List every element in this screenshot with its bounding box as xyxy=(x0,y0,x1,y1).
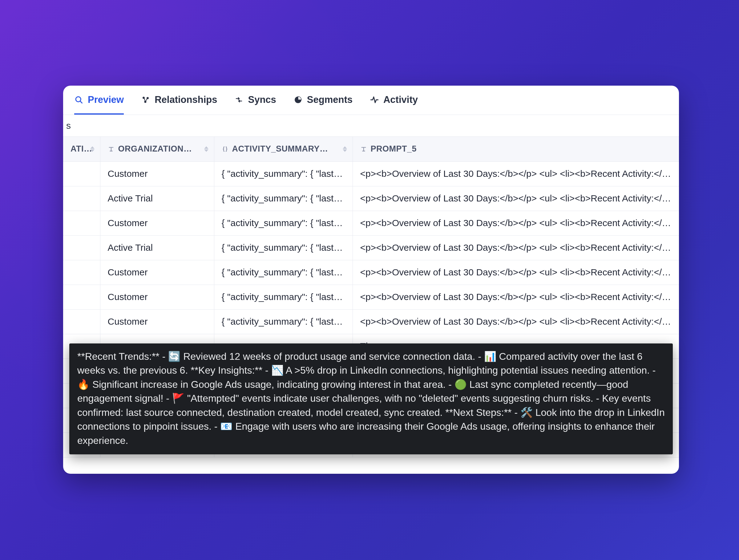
cell-organization[interactable]: Customer xyxy=(100,211,214,235)
tab-relationships[interactable]: Relationships xyxy=(141,94,217,115)
tab-activity[interactable]: Activity xyxy=(370,94,418,115)
table-row[interactable]: Customer{ "activity_summary": { "last…<p… xyxy=(63,260,679,285)
cell-ati[interactable] xyxy=(63,260,100,285)
tab-segments[interactable]: Segments xyxy=(293,94,352,115)
tooltip-text: **Recent Trends:** - 🔄 Reviewed 12 weeks… xyxy=(77,351,665,446)
cell-activity-summary[interactable]: { "activity_summary": { "last… xyxy=(214,309,352,334)
subheader-fragment: s xyxy=(63,115,679,137)
search-icon xyxy=(74,95,84,105)
nodes-icon xyxy=(141,95,150,105)
cell-ati[interactable] xyxy=(63,186,100,211)
cell-activity-summary[interactable]: { "activity_summary": { "last… xyxy=(214,235,352,260)
cell-prompt-5[interactable]: <p><b>Overview of Last 30 Days:</b></p> … xyxy=(352,235,679,260)
sort-icon[interactable] xyxy=(343,146,347,152)
tab-label: Relationships xyxy=(155,94,217,105)
cell-prompt-5[interactable]: <p><b>Overview of Last 30 Days:</b></p> … xyxy=(352,186,679,211)
cell-activity-summary[interactable]: { "activity_summary": { "last… xyxy=(214,161,352,186)
cell-organization[interactable]: Active Trial xyxy=(100,235,214,260)
cell-ati[interactable] xyxy=(63,285,100,309)
svg-line-6 xyxy=(146,99,147,101)
column-header-activity-summary[interactable]: ACTIVITY_SUMMARY… xyxy=(214,137,352,161)
activity-icon xyxy=(370,95,379,105)
cell-activity-summary[interactable]: { "activity_summary": { "last… xyxy=(214,285,352,309)
cell-ati[interactable] xyxy=(63,211,100,235)
table-row[interactable]: Customer{ "activity_summary": { "last…<p… xyxy=(63,309,679,334)
svg-line-1 xyxy=(81,101,82,103)
column-header-ati[interactable]: ATI… xyxy=(63,137,100,161)
table-row[interactable]: Customer{ "activity_summary": { "last…<p… xyxy=(63,285,679,309)
tab-bar: Preview Relationships Syncs Segments xyxy=(63,86,679,115)
cell-activity-summary[interactable]: { "activity_summary": { "last… xyxy=(214,260,352,285)
column-label: ORGANIZATION… xyxy=(118,144,192,154)
cell-ati[interactable] xyxy=(63,309,100,334)
cell-ati[interactable] xyxy=(63,161,100,186)
cell-organization[interactable]: Customer xyxy=(100,285,214,309)
pie-icon xyxy=(293,95,303,105)
cell-tooltip: **Recent Trends:** - 🔄 Reviewed 12 weeks… xyxy=(69,343,673,454)
table-row[interactable]: Active Trial{ "activity_summary": { "las… xyxy=(63,235,679,260)
cell-organization[interactable]: Customer xyxy=(100,309,214,334)
tab-syncs[interactable]: Syncs xyxy=(234,94,276,115)
cell-organization[interactable]: Active Trial xyxy=(100,186,214,211)
cell-organization[interactable]: Customer xyxy=(100,161,214,186)
subheader-text: s xyxy=(66,120,71,131)
sort-icon[interactable] xyxy=(204,146,208,152)
tab-preview[interactable]: Preview xyxy=(74,94,124,115)
column-label: PROMPT_5 xyxy=(371,144,417,154)
syncs-icon xyxy=(234,95,244,105)
column-header-prompt-5[interactable]: PROMPT_5 xyxy=(352,137,679,161)
cell-prompt-5[interactable]: <p><b>Overview of Last 30 Days:</b></p> … xyxy=(352,161,679,186)
table-row[interactable]: Customer{ "activity_summary": { "last…<p… xyxy=(63,161,679,186)
tab-label: Activity xyxy=(383,94,418,105)
cell-ati[interactable] xyxy=(63,235,100,260)
table-row[interactable]: Customer{ "activity_summary": { "last…<p… xyxy=(63,211,679,235)
cell-organization[interactable]: Customer xyxy=(100,260,214,285)
cell-prompt-5[interactable]: <p><b>Overview of Last 30 Days:</b></p> … xyxy=(352,211,679,235)
column-header-organization[interactable]: ORGANIZATION… xyxy=(100,137,214,161)
cell-activity-summary[interactable]: { "activity_summary": { "last… xyxy=(214,211,352,235)
cell-prompt-5[interactable]: <p><b>Overview of Last 30 Days:</b></p> … xyxy=(352,260,679,285)
tab-label: Segments xyxy=(307,94,352,105)
column-label: ACTIVITY_SUMMARY… xyxy=(232,144,328,154)
cell-prompt-5[interactable]: <p><b>Overview of Last 30 Days:</b></p> … xyxy=(352,285,679,309)
table-row[interactable]: Active Trial{ "activity_summary": { "las… xyxy=(63,186,679,211)
sort-icon[interactable] xyxy=(90,146,95,152)
table-header-row: ATI… ORGANIZATION… xyxy=(63,137,679,161)
column-label: ATI… xyxy=(70,144,92,154)
svg-line-5 xyxy=(144,99,145,101)
cell-prompt-5[interactable]: <p><b>Overview of Last 30 Days:</b></p> … xyxy=(352,309,679,334)
text-type-icon xyxy=(108,146,115,152)
tab-label: Preview xyxy=(88,94,124,105)
tab-label: Syncs xyxy=(248,94,276,105)
text-type-icon xyxy=(360,146,367,152)
cell-activity-summary[interactable]: { "activity_summary": { "last… xyxy=(214,186,352,211)
braces-type-icon xyxy=(222,146,229,152)
